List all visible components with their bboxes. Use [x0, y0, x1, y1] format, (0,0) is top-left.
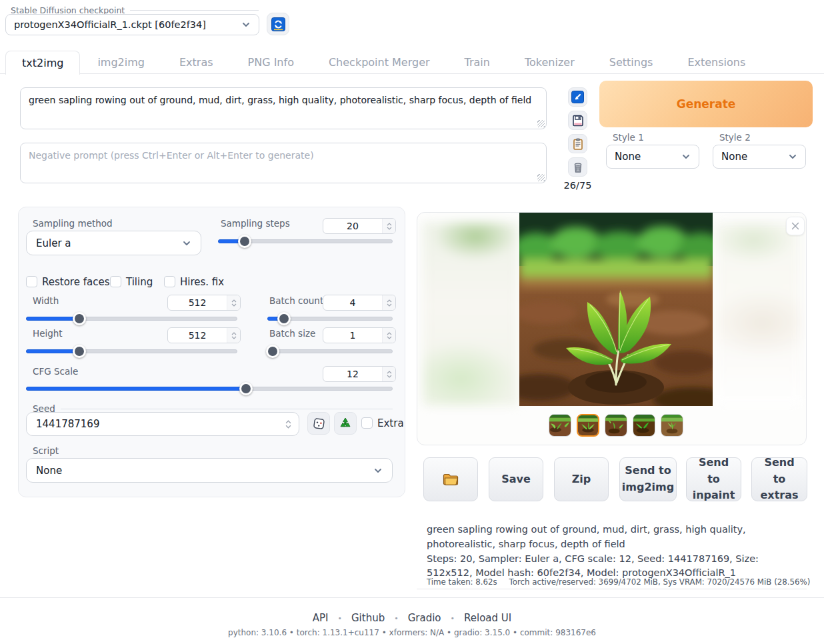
width-input[interactable]: 512 [167, 295, 241, 311]
height-slider[interactable] [26, 349, 237, 353]
extra-seed-checkbox[interactable] [361, 417, 373, 429]
checkpoint-value: protogenX34OfficialR_1.ckpt [60fe2f34] [14, 19, 241, 30]
open-folder-button[interactable] [423, 457, 478, 501]
gradio-link[interactable]: Gradio [408, 612, 441, 624]
reuse-seed-button[interactable] [334, 412, 357, 435]
close-gallery-button[interactable] [786, 217, 805, 235]
batch-size-input[interactable]: 1 [323, 327, 396, 343]
height-input[interactable]: 512 [167, 327, 241, 343]
generated-image[interactable] [519, 213, 713, 406]
clear-prompt-button[interactable] [568, 157, 587, 177]
stepper-buttons[interactable] [382, 328, 395, 343]
thumbnail-5[interactable] [661, 414, 683, 437]
tab-train[interactable]: Train [447, 51, 507, 74]
thumbnail-4[interactable] [633, 414, 655, 437]
chevron-up-icon [387, 332, 392, 335]
tab-extensions[interactable]: Extensions [670, 51, 763, 74]
tab-txt2img[interactable]: txt2img [5, 51, 80, 75]
stepper-buttons[interactable] [227, 295, 240, 310]
restore-faces-checkbox[interactable] [26, 276, 37, 287]
tiling-checkbox[interactable] [110, 276, 121, 287]
negative-prompt-resize-grip[interactable] [537, 174, 545, 181]
negative-prompt-input[interactable] [20, 143, 547, 183]
performance-info: Time taken: 8.62s Torch active/reserved:… [427, 577, 810, 587]
apply-style-button[interactable] [568, 134, 587, 153]
send-to-extras-button[interactable]: Send to extras [751, 457, 807, 501]
seed-input[interactable]: 1441787169 [26, 412, 299, 436]
separator: • [451, 614, 455, 623]
reload-ui-link[interactable]: Reload UI [464, 612, 511, 624]
chevron-down-icon [387, 227, 392, 230]
tab-extras[interactable]: Extras [162, 51, 231, 74]
checkpoint-select[interactable]: protogenX34OfficialR_1.ckpt [60fe2f34] [5, 14, 259, 35]
chevron-down-icon [788, 152, 797, 161]
gallery-prev-image-blurred[interactable] [423, 222, 519, 406]
chevron-up-icon [231, 299, 237, 303]
sampling-steps-label: Sampling steps [221, 218, 290, 229]
hires-fix-checkbox[interactable] [164, 276, 175, 287]
prompt-resize-grip[interactable] [537, 120, 545, 127]
style1-select[interactable]: None [606, 145, 699, 169]
vram-usage: Torch active/reserved: 3699/4702 MiB, Sy… [509, 577, 811, 587]
chevron-down-icon [231, 303, 237, 307]
width-slider[interactable] [26, 317, 237, 321]
chevron-down-icon [681, 152, 691, 161]
style2-select[interactable]: None [713, 145, 806, 169]
send-to-img2img-button[interactable]: Send to img2img [619, 457, 677, 501]
tab-checkpoint-merger[interactable]: Checkpoint Merger [311, 51, 447, 74]
style1-label: Style 1 [613, 132, 644, 143]
sampling-method-select[interactable]: Euler a [26, 231, 201, 255]
random-seed-button[interactable] [307, 412, 330, 435]
gallery-next-image-blurred[interactable] [715, 222, 801, 406]
github-link[interactable]: Github [351, 612, 385, 624]
main-tabs: txt2img img2img Extras PNG Info Checkpoi… [5, 51, 763, 74]
slider-thumb[interactable] [239, 382, 253, 395]
cfg-scale-input[interactable]: 12 [323, 366, 396, 382]
batch-size-slider[interactable] [267, 349, 393, 353]
stepper-buttons[interactable] [281, 415, 295, 433]
thumbnail-3[interactable] [605, 414, 627, 437]
stepper-buttons[interactable] [227, 328, 240, 343]
refresh-checkpoints-button[interactable] [267, 13, 289, 35]
zip-button[interactable]: Zip [554, 457, 609, 501]
stepper-buttons[interactable] [382, 367, 395, 381]
footer-links: API • Github • Gradio • Reload UI [0, 612, 824, 624]
sampling-steps-input[interactable]: 20 [323, 218, 396, 234]
folder-icon [443, 473, 459, 486]
thumbnail-2-selected[interactable] [577, 414, 599, 437]
slider-thumb[interactable] [73, 345, 86, 358]
chevron-up-icon [387, 371, 392, 374]
slider-thumb[interactable] [73, 312, 86, 325]
save-button[interactable]: Save [489, 457, 543, 501]
prompt-input[interactable]: green sapling rowing out of ground, mud,… [20, 87, 547, 129]
height-value: 512 [168, 330, 227, 341]
stepper-buttons[interactable] [382, 219, 395, 233]
batch-count-input[interactable]: 4 [323, 295, 396, 311]
slider-thumb[interactable] [238, 235, 251, 248]
generation-info-prompt: green sapling rowing out of ground, mud,… [427, 523, 807, 552]
chevron-down-icon [387, 375, 392, 378]
clipboard-icon [572, 138, 584, 150]
width-value: 512 [168, 297, 227, 308]
tab-png-info[interactable]: PNG Info [231, 51, 311, 74]
api-link[interactable]: API [313, 612, 329, 624]
sampling-steps-slider[interactable] [218, 239, 393, 243]
chevron-up-icon [387, 223, 392, 226]
batch-count-slider[interactable] [267, 317, 393, 321]
tab-settings[interactable]: Settings [592, 51, 671, 74]
thumbnail-1[interactable] [549, 414, 571, 437]
stepper-buttons[interactable] [382, 295, 395, 310]
script-value: None [36, 465, 373, 477]
save-style-button[interactable] [568, 111, 587, 130]
generate-button[interactable]: Generate [599, 81, 813, 127]
chevron-up-icon [285, 420, 291, 424]
slider-thumb[interactable] [266, 345, 279, 358]
paste-generation-params-button[interactable] [568, 87, 587, 107]
script-select[interactable]: None [26, 458, 393, 483]
send-to-inpaint-button[interactable]: Send to inpaint [686, 457, 741, 501]
cfg-scale-slider[interactable] [26, 387, 393, 391]
tab-img2img[interactable]: img2img [80, 51, 162, 74]
slider-thumb[interactable] [277, 312, 291, 325]
chevron-down-icon [285, 425, 291, 429]
tab-tokenizer[interactable]: Tokenizer [507, 51, 592, 74]
